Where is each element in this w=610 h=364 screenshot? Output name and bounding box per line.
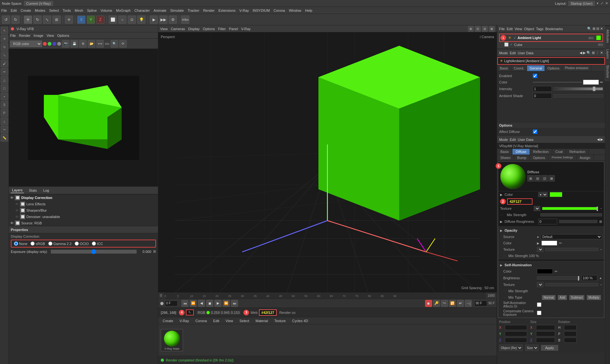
vp-icon1[interactable]: ⊞ (468, 26, 474, 32)
affect-diffuse-checkbox[interactable] (533, 129, 537, 134)
opacity-source-select[interactable]: Default (541, 234, 602, 239)
keyframe-btn[interactable]: 🔑 (433, 300, 440, 307)
size-y-value[interactable]: 0 cm (536, 331, 555, 336)
rot-p-value[interactable]: 0 ° (564, 331, 577, 336)
tab-coord[interactable]: Coord. (511, 65, 527, 71)
brush-tool[interactable]: 🖌 (1, 60, 8, 67)
vray-attr-user[interactable]: User Data (518, 138, 534, 142)
layer-lens[interactable]: 👁 ⬜ Lens Effects (9, 201, 158, 207)
opacity-edit-icon[interactable]: ✏ (559, 241, 562, 245)
pos-x-value[interactable]: 158.934 cm (505, 325, 527, 330)
x-btn[interactable]: X (77, 16, 85, 24)
menu-mograph[interactable]: MoGraph (116, 9, 131, 12)
render-settings-btn[interactable]: ⚙ (169, 16, 177, 24)
rp-tags[interactable]: Tags (536, 27, 543, 31)
play-reverse-btn[interactable]: ◀ (198, 300, 205, 307)
tab-general[interactable]: General (527, 65, 545, 71)
end-frame[interactable] (474, 301, 487, 306)
motion-path-btn[interactable]: 〜 (441, 300, 448, 307)
attr-filter[interactable]: ⊞ (592, 51, 595, 55)
tab-log[interactable]: Log (42, 188, 50, 193)
move-btn[interactable]: ✛ (24, 16, 32, 24)
color-blue[interactable] (52, 42, 56, 46)
tab-material[interactable]: Material (254, 318, 270, 323)
diff-rough-icon[interactable]: ⊞ (599, 220, 602, 224)
prev-frame-btn[interactable]: ⏪ (190, 300, 197, 307)
intensity-handle[interactable] (593, 87, 595, 91)
menu-render[interactable]: Render (203, 9, 214, 12)
stop-btn[interactable]: ⏹ (206, 300, 213, 307)
brightness-handle[interactable] (578, 276, 579, 281)
menu-corona[interactable]: Corona (274, 9, 285, 12)
vp-display[interactable]: Display (188, 27, 200, 31)
render-btn[interactable]: ▶ (150, 16, 158, 24)
undo-btn[interactable]: ↺ (2, 16, 10, 24)
vtab-bump[interactable]: Bump (514, 155, 530, 161)
obj-type-select[interactable]: Object (Re) (499, 345, 523, 351)
tab-photon[interactable]: Photon emission (562, 65, 591, 71)
radio-none[interactable]: None (14, 242, 27, 246)
tab-create[interactable]: Create (161, 318, 175, 323)
rtab-attributes[interactable]: Attributes (605, 27, 610, 46)
multiply-badge[interactable]: Multiply (587, 295, 601, 300)
point-tool[interactable]: • (1, 93, 8, 100)
menu-tools[interactable]: Tools (63, 9, 71, 12)
menu-simulate[interactable]: Simulate (170, 9, 184, 12)
scale-btn[interactable]: ⤡ (43, 16, 51, 24)
size-type-select[interactable]: Size (525, 345, 539, 351)
radio-ocio[interactable]: OCIO (75, 242, 89, 246)
vtab-refraction[interactable]: Refraction (566, 149, 589, 155)
vtab-reflection[interactable]: Reflection (530, 149, 552, 155)
go-start-btn[interactable]: ⏮ (181, 300, 188, 307)
add-badge[interactable]: Add (558, 295, 567, 300)
diff-rough-value[interactable] (538, 219, 557, 224)
rp-file[interactable]: File (499, 27, 505, 31)
subtract-badge[interactable]: Subtract (569, 295, 584, 300)
vtab-diffuse[interactable]: Diffuse (512, 149, 530, 155)
tab-corona[interactable]: Corona (193, 318, 209, 323)
brightness-up[interactable]: ▲ (599, 276, 602, 280)
menu-file[interactable]: File (1, 9, 7, 12)
tab-layers[interactable]: Layers (11, 188, 24, 193)
ambient-shade-slider[interactable] (554, 94, 603, 97)
si-affects-checkbox[interactable] (537, 302, 541, 307)
rotate-tool[interactable]: ↻ (1, 43, 8, 51)
layout-icon[interactable]: ▾ (597, 1, 599, 5)
color-red[interactable] (43, 42, 47, 46)
vray-attr-mode[interactable]: Mode (499, 138, 508, 142)
tex-select[interactable]: ▾ (534, 206, 540, 211)
y-btn[interactable]: Y (87, 16, 95, 24)
si-tex-select[interactable]: ▾ (537, 282, 543, 287)
radio-gamma-input[interactable] (48, 242, 52, 246)
ambient-light-item[interactable]: 1 ☀ ✓ Ambient Light ⊞⊟ (499, 34, 603, 42)
play-btn[interactable]: ▶ (214, 300, 221, 307)
vp-icon4[interactable]: ⊠ (489, 26, 495, 32)
close-icon[interactable]: ✕ (605, 1, 608, 5)
mat-t2[interactable]: ⊟ (534, 175, 541, 182)
layer-source[interactable]: 👁 ⬜ Source: RGB (9, 220, 158, 226)
next-frame-btn[interactable]: ⏩ (223, 300, 230, 307)
mat-item-vray[interactable]: V-Ray Mate (161, 329, 183, 351)
vfb-viewport[interactable] (9, 49, 158, 187)
vfb-options[interactable]: Options (57, 34, 69, 37)
rp-filter[interactable]: ⊟ (596, 27, 599, 31)
fps-btn[interactable]: 30fps (181, 16, 189, 24)
rtab-structure[interactable]: Structure (605, 62, 610, 81)
si-color-edit[interactable]: ✏ (555, 269, 558, 274)
opacity-expand[interactable]: ▶ (500, 229, 503, 232)
vfb-image[interactable]: Image (34, 34, 44, 37)
move-tool[interactable]: ✛ (1, 35, 8, 43)
pingpong-btn[interactable]: ⇌ (457, 300, 464, 307)
menu-animate[interactable]: Animate (153, 9, 166, 12)
vray-back[interactable]: ◀ (597, 137, 600, 142)
mat-t4[interactable]: ⊠ (548, 175, 555, 182)
measure-tool[interactable]: 📏 (1, 134, 8, 142)
vray-attr-edit[interactable]: Edit (510, 138, 516, 142)
menu-volume[interactable]: Volume (101, 9, 112, 12)
tab-view[interactable]: View (224, 318, 235, 323)
z-btn[interactable]: Z (96, 16, 105, 24)
rp-view[interactable]: View (515, 27, 522, 31)
diff-rough-expand[interactable]: ▶ (500, 220, 503, 223)
radio-icc[interactable]: ICC (92, 242, 103, 246)
diff-rough-slider[interactable] (559, 220, 597, 223)
